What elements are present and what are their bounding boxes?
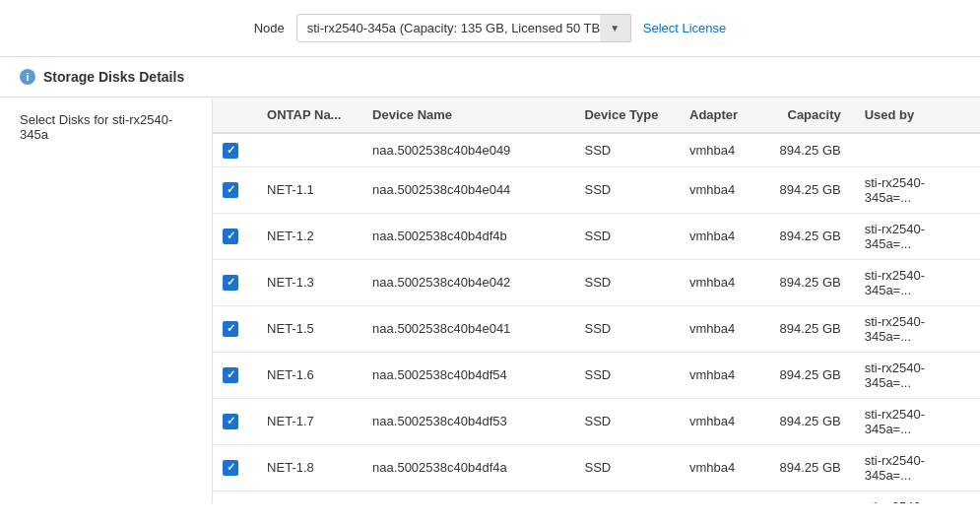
cell-ontap: NET-1.8 [255, 444, 360, 491]
cell-checkbox[interactable] [213, 166, 255, 213]
col-header-type: Device Type [572, 98, 678, 133]
checkbox-icon[interactable] [223, 182, 238, 198]
checkbox-icon[interactable] [223, 229, 238, 244]
table-row: NET-1.1naa.5002538c40b4e044SSDvmhba4894.… [213, 166, 980, 213]
top-bar: Node sti-rx2540-345a (Capacity: 135 GB, … [0, 0, 980, 57]
table-row: NET-1.3naa.5002538c40b4e042SSDvmhba4894.… [213, 259, 980, 305]
cell-checkbox[interactable] [213, 305, 255, 352]
cell-checkbox[interactable] [213, 491, 255, 503]
cell-capacity: 894.25 GB [762, 166, 853, 213]
col-header-device: Device Name [360, 98, 572, 133]
cell-adapter: vmhba4 [678, 259, 762, 305]
cell-checkbox[interactable] [213, 133, 255, 166]
cell-device: naa.5002538c40b4df54 [360, 352, 572, 398]
cell-device: naa.5002538c40b4df4b [360, 213, 572, 259]
cell-usedby: sti-rx2540-345a=... [853, 213, 980, 259]
section-header: i Storage Disks Details [0, 57, 980, 98]
cell-adapter: vmhba4 [678, 305, 762, 352]
cell-type: SSD [572, 213, 678, 259]
cell-capacity: 894.25 GB [762, 352, 853, 398]
cell-usedby: sti-rx2540-345a=... [853, 352, 980, 398]
checkbox-icon[interactable] [223, 414, 238, 429]
table-header-row: ONTAP Na... Device Name Device Type Adap… [213, 98, 980, 133]
col-header-checkbox [213, 98, 255, 133]
cell-usedby: sti-rx2540-345a=... [853, 259, 980, 305]
checkbox-icon[interactable] [223, 321, 238, 337]
cell-ontap: NET-1.6 [255, 352, 360, 398]
cell-device: naa.5002538c40b4e03e [360, 491, 572, 503]
cell-checkbox[interactable] [213, 352, 255, 398]
select-license-link[interactable]: Select License [643, 21, 727, 35]
node-select[interactable]: sti-rx2540-345a (Capacity: 135 GB, Licen… [296, 14, 631, 42]
cell-usedby: sti-rx2540-345a=... [853, 444, 980, 491]
col-header-ontap: ONTAP Na... [255, 98, 360, 133]
cell-type: SSD [572, 166, 678, 213]
cell-adapter: vmhba4 [678, 133, 762, 166]
cell-capacity: 894.25 GB [762, 133, 853, 166]
cell-checkbox[interactable] [213, 213, 255, 259]
checkbox-icon[interactable] [223, 275, 238, 291]
sidebar-label: Select Disks for sti-rx2540-345a [0, 98, 212, 503]
section-title: Storage Disks Details [43, 69, 184, 85]
table-row: naa.5002538c40b4e049SSDvmhba4894.25 GB [213, 133, 980, 166]
cell-adapter: vmhba4 [678, 491, 762, 503]
cell-ontap: NET-1.7 [255, 398, 360, 444]
cell-type: SSD [572, 491, 678, 503]
cell-device: naa.5002538c40b4e041 [360, 305, 572, 352]
info-icon: i [20, 69, 35, 85]
cell-capacity: 894.25 GB [762, 398, 853, 444]
table-row: NET-1.6naa.5002538c40b4df54SSDvmhba4894.… [213, 352, 980, 398]
cell-capacity: 894.25 GB [762, 491, 853, 503]
table-container[interactable]: ONTAP Na... Device Name Device Type Adap… [212, 98, 980, 503]
table-row: NET-1.8naa.5002538c40b4df4aSSDvmhba4894.… [213, 444, 980, 491]
cell-usedby: sti-rx2540-345a=... [853, 305, 980, 352]
node-select-wrapper: sti-rx2540-345a (Capacity: 135 GB, Licen… [296, 14, 631, 42]
cell-usedby: sti-rx2540-345a=... [853, 398, 980, 444]
cell-type: SSD [572, 444, 678, 491]
cell-ontap: NET-1.5 [255, 305, 360, 352]
cell-ontap: NET-1.1 [255, 166, 360, 213]
cell-checkbox[interactable] [213, 259, 255, 305]
cell-ontap: NET-1.3 [255, 259, 360, 305]
cell-device: naa.5002538c40b4e042 [360, 259, 572, 305]
cell-capacity: 894.25 GB [762, 444, 853, 491]
checkbox-icon[interactable] [223, 367, 238, 383]
cell-type: SSD [572, 133, 678, 166]
table-row: NET-1.5naa.5002538c40b4e041SSDvmhba4894.… [213, 305, 980, 352]
table-row: NET-1.9naa.5002538c40b4e03eSSDvmhba4894.… [213, 491, 980, 503]
cell-usedby: sti-rx2540-345a=... [853, 166, 980, 213]
cell-device: naa.5002538c40b4df4a [360, 444, 572, 491]
cell-type: SSD [572, 305, 678, 352]
cell-capacity: 894.25 GB [762, 259, 853, 305]
cell-type: SSD [572, 398, 678, 444]
cell-ontap: NET-1.2 [255, 213, 360, 259]
cell-ontap: NET-1.9 [255, 491, 360, 503]
main-content: Select Disks for sti-rx2540-345a ONTAP N… [0, 98, 980, 503]
cell-device: naa.5002538c40b4df53 [360, 398, 572, 444]
cell-adapter: vmhba4 [678, 352, 762, 398]
cell-device: naa.5002538c40b4e049 [360, 133, 572, 166]
checkbox-icon[interactable] [223, 143, 238, 159]
cell-type: SSD [572, 352, 678, 398]
cell-device: naa.5002538c40b4e044 [360, 166, 572, 213]
cell-adapter: vmhba4 [678, 166, 762, 213]
cell-ontap [255, 133, 360, 166]
table-row: NET-1.2naa.5002538c40b4df4bSSDvmhba4894.… [213, 213, 980, 259]
table-row: NET-1.7naa.5002538c40b4df53SSDvmhba4894.… [213, 398, 980, 444]
cell-type: SSD [572, 259, 678, 305]
disks-table: ONTAP Na... Device Name Device Type Adap… [213, 98, 980, 503]
node-label: Node [254, 21, 285, 35]
col-header-usedby: Used by [853, 98, 980, 133]
cell-checkbox[interactable] [213, 444, 255, 491]
cell-adapter: vmhba4 [678, 398, 762, 444]
cell-usedby [853, 133, 980, 166]
col-header-capacity: Capacity [762, 98, 853, 133]
cell-adapter: vmhba4 [678, 213, 762, 259]
cell-usedby: sti-rx2540-345a=... [853, 491, 980, 503]
cell-capacity: 894.25 GB [762, 305, 853, 352]
col-header-adapter: Adapter [678, 98, 762, 133]
cell-checkbox[interactable] [213, 398, 255, 444]
checkbox-icon[interactable] [223, 460, 238, 476]
cell-capacity: 894.25 GB [762, 213, 853, 259]
cell-adapter: vmhba4 [678, 444, 762, 491]
